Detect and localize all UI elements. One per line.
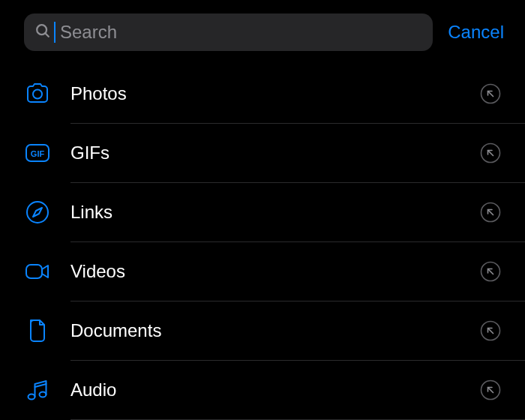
category-label: Documents [70,320,460,341]
category-label: Links [70,202,460,223]
search-icon [34,22,51,42]
video-icon [24,258,51,285]
search-bar: Cancel [0,0,525,64]
search-input[interactable] [60,22,422,43]
svg-point-19 [40,392,46,398]
svg-point-18 [28,394,35,400]
svg-line-8 [488,151,494,156]
gif-icon: GIF [24,140,51,166]
category-row-links[interactable]: Links [24,183,525,242]
svg-line-4 [488,92,494,97]
arrow-up-left-icon [480,320,501,341]
cancel-button[interactable]: Cancel [448,22,504,43]
svg-line-22 [488,388,494,393]
svg-line-20 [35,384,46,387]
category-row-videos[interactable]: Videos [24,242,525,301]
category-label: Photos [70,83,460,104]
svg-line-1 [45,33,48,36]
category-list: Photos GIF GIFs [0,64,525,420]
category-row-documents[interactable]: Documents [24,302,525,360]
svg-line-17 [488,328,494,334]
category-label: Videos [70,261,460,282]
svg-point-2 [33,90,42,99]
svg-marker-10 [33,208,42,217]
compass-icon [24,199,51,226]
svg-line-15 [488,269,494,274]
svg-text:GIF: GIF [31,149,45,158]
document-icon [24,317,51,344]
category-row-audio[interactable]: Audio [24,361,525,419]
category-row-gifs[interactable]: GIF GIFs [24,124,525,182]
text-cursor [54,22,56,43]
camera-icon [24,80,51,107]
search-field[interactable] [24,14,433,51]
svg-line-12 [488,210,494,215]
svg-rect-13 [26,265,42,278]
arrow-up-left-icon [480,202,501,223]
arrow-up-left-icon [480,142,501,164]
music-icon [24,376,51,404]
arrow-up-left-icon [480,83,501,104]
arrow-up-left-icon [480,380,501,400]
category-row-photos[interactable]: Photos [24,64,525,123]
category-label: GIFs [70,142,460,164]
category-label: Audio [70,380,460,400]
svg-point-9 [27,202,48,223]
arrow-up-left-icon [480,261,501,282]
